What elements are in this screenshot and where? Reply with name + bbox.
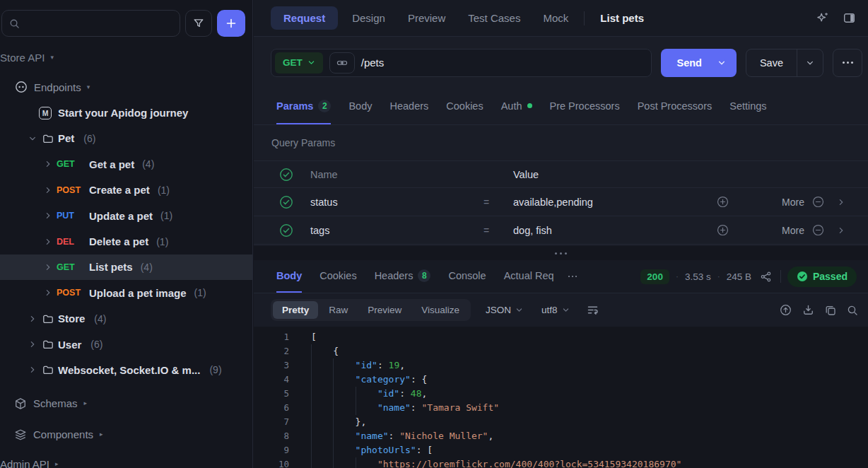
param-more-button[interactable]: More bbox=[782, 225, 804, 236]
request-tab-cookies[interactable]: Cookies bbox=[446, 88, 483, 124]
tab-preview[interactable]: Preview bbox=[408, 12, 445, 24]
param-value-input[interactable]: dog, fish bbox=[513, 225, 717, 236]
tree-item-start-your-apidog-journey[interactable]: MStart your Apidog journey bbox=[0, 100, 252, 125]
send-button[interactable]: Send bbox=[661, 49, 736, 77]
response-tab-headers[interactable]: Headers8 bbox=[375, 260, 431, 293]
search-icon[interactable] bbox=[847, 305, 858, 316]
sidebar-toolbar bbox=[0, 0, 252, 37]
ai-sparkle-icon[interactable] bbox=[816, 11, 829, 25]
chevron-right-icon bbox=[42, 238, 54, 246]
header-tabs: RequestDesignPreviewTest CasesMock bbox=[271, 6, 568, 30]
view-tab-visualize[interactable]: Visualize bbox=[412, 301, 469, 319]
panel-layout-icon[interactable] bbox=[843, 12, 855, 24]
chevron-right-icon bbox=[42, 288, 54, 297]
tree-item-create-a-pet[interactable]: POSTCreate a pet(1) bbox=[0, 177, 252, 203]
sidebar-item-admin-api[interactable]: Admin API ▸ bbox=[0, 458, 59, 468]
param-enabled-checkbox[interactable] bbox=[279, 223, 293, 238]
param-value-input[interactable]: available,pending bbox=[513, 197, 717, 208]
url-input[interactable]: /pets bbox=[361, 57, 385, 69]
code-line-2: 2{ bbox=[254, 344, 868, 358]
expand-circle-icon[interactable] bbox=[780, 304, 792, 316]
param-name-input[interactable]: tags bbox=[310, 225, 483, 236]
line-number: 5 bbox=[254, 387, 289, 401]
panel-splitter[interactable] bbox=[254, 246, 868, 260]
link-button[interactable] bbox=[329, 52, 355, 74]
search-input[interactable] bbox=[25, 18, 172, 29]
test-result-badge: Passed bbox=[787, 267, 857, 287]
response-tab-cookies[interactable]: Cookies bbox=[319, 260, 356, 293]
add-param-icon[interactable] bbox=[717, 196, 731, 208]
view-tab-raw[interactable]: Raw bbox=[319, 301, 357, 319]
copy-icon[interactable] bbox=[825, 305, 836, 316]
chevron-down-icon bbox=[562, 306, 570, 314]
request-tab-settings[interactable]: Settings bbox=[729, 88, 766, 124]
select-all-checkbox[interactable] bbox=[279, 168, 293, 182]
tab-request[interactable]: Request bbox=[271, 6, 338, 30]
tree-item-upload-a-pet-image[interactable]: POSTUpload a pet image(1) bbox=[0, 280, 252, 305]
method-tag: DEL bbox=[57, 237, 86, 247]
method-select[interactable]: GET bbox=[275, 52, 323, 74]
project-switcher[interactable]: Store API ▾ bbox=[0, 52, 252, 64]
response-tab-body[interactable]: Body bbox=[276, 260, 302, 293]
sidebar-item-components[interactable]: Components▸ bbox=[0, 419, 252, 450]
param-expand-icon[interactable] bbox=[837, 198, 847, 206]
search-box[interactable] bbox=[1, 10, 180, 37]
request-tab-auth[interactable]: Auth bbox=[501, 88, 532, 124]
param-name-input[interactable]: status bbox=[310, 197, 483, 208]
view-tab-preview[interactable]: Preview bbox=[358, 301, 411, 319]
filter-button[interactable] bbox=[185, 10, 212, 37]
caret-right-icon: ▸ bbox=[84, 400, 88, 406]
schemas-icon bbox=[14, 397, 27, 410]
save-dropdown-icon[interactable] bbox=[797, 49, 823, 76]
tree-item-pet[interactable]: Pet(6) bbox=[0, 126, 252, 151]
response-body-editor[interactable]: 1[2{3"id": 19,4"category": {5"id": 48,6"… bbox=[254, 327, 868, 468]
method-tag: PUT bbox=[57, 211, 86, 221]
download-icon[interactable] bbox=[802, 304, 814, 316]
sidebar-item-schemas[interactable]: Schemas▸ bbox=[0, 388, 252, 419]
request-tab-post-processors[interactable]: Post Processors bbox=[638, 88, 712, 124]
add-param-icon[interactable] bbox=[717, 224, 731, 236]
send-dropdown-icon[interactable] bbox=[716, 59, 737, 67]
param-expand-icon[interactable] bbox=[837, 226, 847, 235]
tree-item-list-pets[interactable]: GETList pets(4) bbox=[0, 255, 252, 280]
param-more-button[interactable]: More bbox=[782, 197, 804, 208]
param-enabled-checkbox[interactable] bbox=[279, 195, 293, 209]
tree-item-endpoints[interactable]: Endpoints▾ bbox=[0, 74, 252, 100]
admin-api-label: Admin API bbox=[0, 458, 49, 468]
response-tab-actual-req[interactable]: Actual Req bbox=[504, 260, 554, 293]
remove-param-icon[interactable] bbox=[812, 224, 826, 236]
line-number: 10 bbox=[254, 457, 289, 468]
add-button[interactable] bbox=[217, 10, 245, 37]
response-size: 245 B bbox=[727, 271, 751, 282]
tree-item-get-a-pet[interactable]: GETGet a pet(4) bbox=[0, 151, 252, 177]
tab-test-cases[interactable]: Test Cases bbox=[468, 12, 520, 24]
request-tab-pre-processors[interactable]: Pre Processors bbox=[550, 88, 620, 124]
format-select[interactable]: JSON bbox=[486, 305, 523, 315]
request-tab-body[interactable]: Body bbox=[348, 88, 372, 124]
more-options-button[interactable] bbox=[833, 49, 862, 77]
caret-down-icon: ▾ bbox=[87, 84, 90, 90]
response-tab-console[interactable]: Console bbox=[448, 260, 486, 293]
share-icon[interactable] bbox=[760, 271, 772, 283]
save-button[interactable]: Save bbox=[746, 49, 823, 77]
request-tab-headers[interactable]: Headers bbox=[389, 88, 428, 124]
tree-item-delete-a-pet[interactable]: DELDelete a pet(1) bbox=[0, 228, 252, 254]
response-view-bar: PrettyRawPreviewVisualize JSON utf8 bbox=[254, 293, 868, 327]
tree-item-store[interactable]: Store(4) bbox=[0, 306, 252, 332]
response-more-icon[interactable] bbox=[572, 276, 574, 278]
tab-mock[interactable]: Mock bbox=[543, 12, 568, 24]
tree-item-user[interactable]: User(6) bbox=[0, 332, 252, 357]
request-tabs: Params2BodyHeadersCookiesAuthPre Process… bbox=[254, 88, 868, 125]
tree-item-update-a-pet[interactable]: PUTUpdate a pet(1) bbox=[0, 203, 252, 228]
sidebar: Store API ▾ Endpoints▾MStart your Apidog… bbox=[0, 0, 253, 468]
caret-down-icon: ▾ bbox=[50, 54, 54, 61]
encoding-select[interactable]: utf8 bbox=[541, 305, 570, 315]
tree-item-websocket-socket-io-m[interactable]: Websocket, Socket.IO & m...(9) bbox=[0, 357, 252, 382]
request-tab-params[interactable]: Params2 bbox=[276, 88, 331, 124]
view-tab-pretty[interactable]: Pretty bbox=[273, 301, 318, 319]
remove-param-icon[interactable] bbox=[812, 196, 826, 208]
code-line-5: 5"id": 48, bbox=[254, 387, 868, 401]
tab-design[interactable]: Design bbox=[352, 12, 385, 24]
url-box[interactable]: GET /pets bbox=[271, 49, 652, 77]
word-wrap-icon[interactable] bbox=[587, 304, 599, 316]
